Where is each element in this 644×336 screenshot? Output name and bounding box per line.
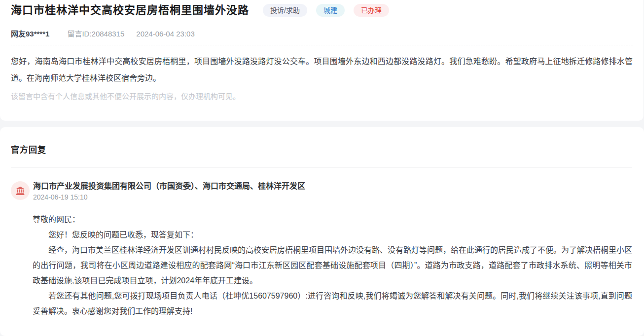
reply-paragraph: 若您还有其他问题,您可拨打现场项目负责人电话（杜坤优15607597960）:进… <box>33 288 632 319</box>
reply-header: 海口市产业发展投资集团有限公司（市国资委）、海口市交通局、桂林洋开发区 2024… <box>11 181 632 201</box>
tag-list: 投诉/求助 城建 已办理 <box>263 4 389 17</box>
reply-header-text: 海口市产业发展投资集团有限公司（市国资委）、海口市交通局、桂林洋开发区 2024… <box>33 181 305 201</box>
title-row: 海口市桂林洋中交高校安居房梧桐里围墙外没路 投诉/求助 城建 已办理 <box>11 3 633 18</box>
reply-salutation: 尊敬的网民： <box>33 212 632 227</box>
reply-paragraph: 经查，海口市美兰区桂林洋经济开发区训通村村民反映的高校安居房梧桐里项目围墙外边没… <box>33 242 632 288</box>
post-meta-row: 网友93****1 留言ID:20848315 2024-06-04 23:03 <box>11 28 633 38</box>
message-card: 海口市桂林洋中交高校安居房梧桐里围墙外没路 投诉/求助 城建 已办理 网友93*… <box>0 0 644 121</box>
post-title: 海口市桂林洋中交高校安居房梧桐里围墙外没路 <box>11 3 249 18</box>
post-datetime: 2024-06-04 23:03 <box>136 30 194 38</box>
government-building-icon <box>11 181 30 200</box>
section-divider <box>11 168 632 168</box>
official-reply-card: 官方回复 海口市产业发展投资集团有限公司（市国资委）、海口市交通局、桂林洋开发区… <box>0 127 644 336</box>
reply-body: 尊敬的网民： 您好！您反映的问题已收悉，现答复如下： 经查，海口市美兰区桂林洋经… <box>33 212 632 319</box>
reply-paragraph: 您好！您反映的问题已收悉，现答复如下： <box>33 227 632 242</box>
responding-org-name: 海口市产业发展投资集团有限公司（市国资委）、海口市交通局、桂林洋开发区 <box>33 181 305 191</box>
tag-domain[interactable]: 城建 <box>316 4 345 17</box>
reply-section-title: 官方回复 <box>11 143 632 155</box>
author-name: 网友93****1 <box>11 28 49 38</box>
message-id: 留言ID:20848315 <box>67 28 124 38</box>
dashed-divider <box>11 45 633 45</box>
privacy-note: 该留言中含有个人信息或其他不便公开展示的内容，仅办理机构可见。 <box>11 91 633 101</box>
status-badge[interactable]: 已办理 <box>354 4 389 17</box>
tag-complaint-type[interactable]: 投诉/求助 <box>263 4 307 17</box>
reply-datetime: 2024-06-19 15:10 <box>33 193 305 201</box>
post-content: 您好，海南岛海口市桂林洋中交高校安居房梧桐里，项目围墙外没路没路灯没公交车。项目… <box>11 53 633 87</box>
